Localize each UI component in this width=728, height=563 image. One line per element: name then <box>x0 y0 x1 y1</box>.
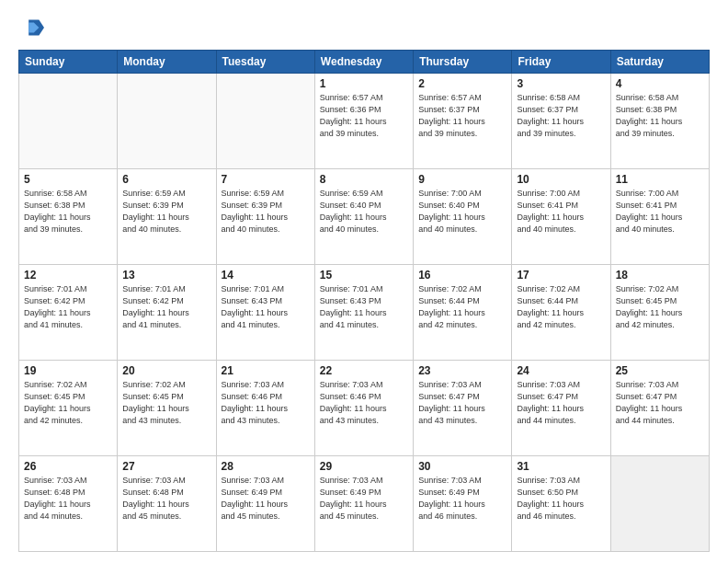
day-info: Sunrise: 7:02 AM Sunset: 6:45 PM Dayligh… <box>122 379 210 427</box>
column-header-thursday: Thursday <box>414 51 512 74</box>
page: SundayMondayTuesdayWednesdayThursdayFrid… <box>0 0 728 563</box>
day-number: 4 <box>616 77 704 90</box>
day-info: Sunrise: 6:59 AM Sunset: 6:40 PM Dayligh… <box>320 188 408 236</box>
day-info: Sunrise: 7:02 AM Sunset: 6:45 PM Dayligh… <box>616 283 704 331</box>
day-info: Sunrise: 7:03 AM Sunset: 6:46 PM Dayligh… <box>320 379 408 427</box>
general-blue-icon <box>18 15 44 40</box>
column-header-saturday: Saturday <box>610 51 709 74</box>
day-number: 19 <box>24 364 112 377</box>
calendar-cell: 23Sunrise: 7:03 AM Sunset: 6:47 PM Dayli… <box>414 361 512 456</box>
day-number: 9 <box>418 173 506 186</box>
day-info: Sunrise: 7:01 AM Sunset: 6:43 PM Dayligh… <box>320 283 408 331</box>
calendar-cell: 5Sunrise: 6:58 AM Sunset: 6:38 PM Daylig… <box>19 169 118 265</box>
day-number: 30 <box>418 460 506 473</box>
calendar-cell: 15Sunrise: 7:01 AM Sunset: 6:43 PM Dayli… <box>314 265 413 361</box>
day-number: 21 <box>222 364 310 377</box>
day-info: Sunrise: 6:58 AM Sunset: 6:38 PM Dayligh… <box>24 188 112 236</box>
day-info: Sunrise: 7:03 AM Sunset: 6:47 PM Dayligh… <box>517 379 605 427</box>
day-info: Sunrise: 7:00 AM Sunset: 6:40 PM Dayligh… <box>418 188 506 236</box>
day-number: 8 <box>320 173 408 186</box>
week-row-4: 19Sunrise: 7:02 AM Sunset: 6:45 PM Dayli… <box>19 361 710 456</box>
day-info: Sunrise: 7:03 AM Sunset: 6:48 PM Dayligh… <box>24 475 112 523</box>
calendar-cell: 21Sunrise: 7:03 AM Sunset: 6:46 PM Dayli… <box>216 361 314 456</box>
calendar-cell: 16Sunrise: 7:02 AM Sunset: 6:44 PM Dayli… <box>414 265 512 361</box>
day-number: 7 <box>222 173 310 186</box>
calendar-cell: 28Sunrise: 7:03 AM Sunset: 6:49 PM Dayli… <box>216 456 314 552</box>
calendar-cell: 26Sunrise: 7:03 AM Sunset: 6:48 PM Dayli… <box>19 456 118 552</box>
calendar-cell: 12Sunrise: 7:01 AM Sunset: 6:42 PM Dayli… <box>19 265 118 361</box>
calendar-cell: 24Sunrise: 7:03 AM Sunset: 6:47 PM Dayli… <box>512 361 610 456</box>
calendar-cell: 19Sunrise: 7:02 AM Sunset: 6:45 PM Dayli… <box>19 361 118 456</box>
day-info: Sunrise: 7:00 AM Sunset: 6:41 PM Dayligh… <box>517 188 605 236</box>
day-info: Sunrise: 7:03 AM Sunset: 6:49 PM Dayligh… <box>418 475 506 523</box>
header-row: SundayMondayTuesdayWednesdayThursdayFrid… <box>19 51 710 74</box>
day-number: 1 <box>320 77 408 90</box>
calendar-cell: 4Sunrise: 6:58 AM Sunset: 6:38 PM Daylig… <box>610 74 709 169</box>
day-number: 5 <box>24 173 112 186</box>
day-info: Sunrise: 7:03 AM Sunset: 6:49 PM Dayligh… <box>222 475 310 523</box>
day-info: Sunrise: 7:03 AM Sunset: 6:47 PM Dayligh… <box>418 379 506 427</box>
calendar-cell: 3Sunrise: 6:58 AM Sunset: 6:37 PM Daylig… <box>512 74 610 169</box>
calendar-cell <box>118 74 216 169</box>
header <box>18 15 710 40</box>
calendar-cell: 30Sunrise: 7:03 AM Sunset: 6:49 PM Dayli… <box>414 456 512 552</box>
day-number: 26 <box>24 460 112 473</box>
calendar-cell: 7Sunrise: 6:59 AM Sunset: 6:39 PM Daylig… <box>216 169 314 265</box>
day-info: Sunrise: 6:57 AM Sunset: 6:37 PM Dayligh… <box>418 92 506 140</box>
day-number: 15 <box>320 269 408 282</box>
calendar-cell: 25Sunrise: 7:03 AM Sunset: 6:47 PM Dayli… <box>610 361 709 456</box>
column-header-monday: Monday <box>118 51 216 74</box>
calendar-cell: 17Sunrise: 7:02 AM Sunset: 6:44 PM Dayli… <box>512 265 610 361</box>
day-info: Sunrise: 7:03 AM Sunset: 6:48 PM Dayligh… <box>122 475 210 523</box>
week-row-5: 26Sunrise: 7:03 AM Sunset: 6:48 PM Dayli… <box>19 456 710 552</box>
calendar-cell: 31Sunrise: 7:03 AM Sunset: 6:50 PM Dayli… <box>512 456 610 552</box>
week-row-1: 1Sunrise: 6:57 AM Sunset: 6:36 PM Daylig… <box>19 74 710 169</box>
day-number: 23 <box>418 364 506 377</box>
day-info: Sunrise: 7:02 AM Sunset: 6:44 PM Dayligh… <box>418 283 506 331</box>
calendar-cell: 9Sunrise: 7:00 AM Sunset: 6:40 PM Daylig… <box>414 169 512 265</box>
calendar-cell <box>19 74 118 169</box>
day-info: Sunrise: 6:59 AM Sunset: 6:39 PM Dayligh… <box>222 188 310 236</box>
day-info: Sunrise: 7:03 AM Sunset: 6:49 PM Dayligh… <box>320 475 408 523</box>
day-number: 18 <box>616 269 704 282</box>
calendar-cell: 14Sunrise: 7:01 AM Sunset: 6:43 PM Dayli… <box>216 265 314 361</box>
day-info: Sunrise: 7:02 AM Sunset: 6:45 PM Dayligh… <box>24 379 112 427</box>
calendar-cell <box>216 74 314 169</box>
day-info: Sunrise: 7:03 AM Sunset: 6:50 PM Dayligh… <box>517 475 605 523</box>
calendar-cell: 27Sunrise: 7:03 AM Sunset: 6:48 PM Dayli… <box>118 456 216 552</box>
day-number: 28 <box>222 460 310 473</box>
day-info: Sunrise: 7:01 AM Sunset: 6:42 PM Dayligh… <box>24 283 112 331</box>
calendar-cell: 1Sunrise: 6:57 AM Sunset: 6:36 PM Daylig… <box>314 74 413 169</box>
day-number: 12 <box>24 269 112 282</box>
day-info: Sunrise: 6:57 AM Sunset: 6:36 PM Dayligh… <box>320 92 408 140</box>
logo <box>18 15 46 40</box>
day-number: 20 <box>122 364 210 377</box>
calendar-cell: 29Sunrise: 7:03 AM Sunset: 6:49 PM Dayli… <box>314 456 413 552</box>
column-header-tuesday: Tuesday <box>216 51 314 74</box>
calendar-cell: 6Sunrise: 6:59 AM Sunset: 6:39 PM Daylig… <box>118 169 216 265</box>
day-info: Sunrise: 7:02 AM Sunset: 6:44 PM Dayligh… <box>517 283 605 331</box>
day-number: 29 <box>320 460 408 473</box>
day-number: 16 <box>418 269 506 282</box>
week-row-3: 12Sunrise: 7:01 AM Sunset: 6:42 PM Dayli… <box>19 265 710 361</box>
column-header-wednesday: Wednesday <box>314 51 413 74</box>
day-info: Sunrise: 6:58 AM Sunset: 6:37 PM Dayligh… <box>517 92 605 140</box>
column-header-friday: Friday <box>512 51 610 74</box>
day-info: Sunrise: 7:03 AM Sunset: 6:46 PM Dayligh… <box>222 379 310 427</box>
calendar-cell: 13Sunrise: 7:01 AM Sunset: 6:42 PM Dayli… <box>118 265 216 361</box>
calendar-cell: 8Sunrise: 6:59 AM Sunset: 6:40 PM Daylig… <box>314 169 413 265</box>
day-info: Sunrise: 7:03 AM Sunset: 6:47 PM Dayligh… <box>616 379 704 427</box>
day-number: 22 <box>320 364 408 377</box>
calendar-table: SundayMondayTuesdayWednesdayThursdayFrid… <box>18 50 710 552</box>
day-number: 2 <box>418 77 506 90</box>
calendar-cell: 22Sunrise: 7:03 AM Sunset: 6:46 PM Dayli… <box>314 361 413 456</box>
day-info: Sunrise: 7:01 AM Sunset: 6:42 PM Dayligh… <box>122 283 210 331</box>
day-number: 24 <box>517 364 605 377</box>
column-header-sunday: Sunday <box>19 51 118 74</box>
calendar-cell: 20Sunrise: 7:02 AM Sunset: 6:45 PM Dayli… <box>118 361 216 456</box>
day-info: Sunrise: 7:01 AM Sunset: 6:43 PM Dayligh… <box>222 283 310 331</box>
calendar-cell: 11Sunrise: 7:00 AM Sunset: 6:41 PM Dayli… <box>610 169 709 265</box>
calendar-cell: 18Sunrise: 7:02 AM Sunset: 6:45 PM Dayli… <box>610 265 709 361</box>
day-number: 27 <box>122 460 210 473</box>
day-number: 17 <box>517 269 605 282</box>
